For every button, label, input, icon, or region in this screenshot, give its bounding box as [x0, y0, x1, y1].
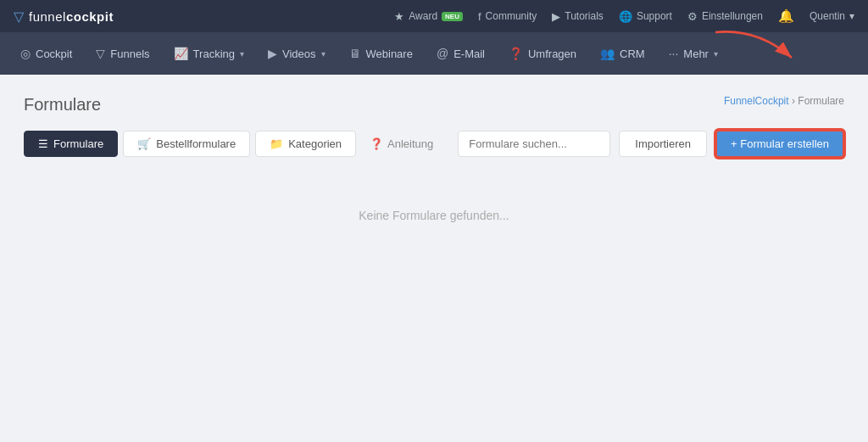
email-icon: @ [437, 47, 448, 60]
top-bar: ▽ funnelcockpit ★ Award NEU f Community … [0, 0, 868, 32]
search-input[interactable] [458, 131, 610, 157]
nav-item-tracking[interactable]: 📈 Tracking ▾ [164, 40, 254, 67]
import-button[interactable]: Importieren [619, 131, 707, 157]
main-content: Formulare FunnelCockpit › Formulare ☰ Fo… [0, 75, 868, 442]
community-nav-item[interactable]: f Community [478, 10, 537, 23]
user-name: Quentin [810, 10, 845, 22]
nav-item-webinare[interactable]: 🖥 Webinare [339, 40, 423, 67]
play-icon: ▶ [552, 10, 560, 23]
award-icon: ★ [394, 10, 404, 23]
nav-item-funnels[interactable]: ▽ Funnels [86, 40, 159, 67]
logo[interactable]: ▽ funnelcockpit [14, 8, 114, 25]
notifications-bell[interactable]: 🔔 [778, 8, 794, 24]
videos-dropdown-chevron: ▾ [321, 49, 326, 59]
globe-icon: 🌐 [619, 10, 632, 23]
user-menu[interactable]: Quentin ▾ [810, 10, 854, 22]
page-title: Formulare [24, 95, 101, 115]
funnels-icon: ▽ [96, 47, 105, 60]
webinare-icon: 🖥 [349, 47, 361, 60]
nav-item-cockpit[interactable]: ◎ Cockpit [10, 40, 82, 67]
breadcrumb-separator: › [792, 95, 795, 107]
top-navigation: ★ Award NEU f Community ▶ Tutorials 🌐 Su… [394, 8, 854, 24]
secondary-nav: ◎ Cockpit ▽ Funnels 📈 Tracking ▾ ▶ Video… [0, 32, 868, 75]
bestellformulare-tab-icon: 🛒 [137, 137, 151, 150]
breadcrumb-home-link[interactable]: FunnelCockpit [724, 95, 789, 107]
tracking-icon: 📈 [174, 47, 188, 60]
user-dropdown-icon: ▾ [849, 10, 854, 22]
support-nav-item[interactable]: 🌐 Support [619, 10, 672, 23]
tab-bestellformulare[interactable]: 🛒 Bestellformulare [123, 131, 250, 157]
nav-item-umfragen[interactable]: ❓ Umfragen [498, 40, 587, 67]
funnel-icon: ▽ [14, 8, 24, 25]
formulare-tab-icon: ☰ [38, 137, 48, 150]
kategorien-tab-icon: 📁 [270, 137, 283, 150]
create-form-button[interactable]: + Formular erstellen [715, 130, 844, 158]
crm-icon: 👥 [600, 47, 615, 60]
facebook-icon: f [478, 10, 481, 23]
tab-actions-row: ☰ Formulare 🛒 Bestellformulare 📁 Kategor… [24, 130, 844, 158]
tutorials-nav-item[interactable]: ▶ Tutorials [552, 10, 604, 23]
award-nav-item[interactable]: ★ Award NEU [394, 10, 463, 23]
einstellungen-nav-item[interactable]: ⚙ Einstellungen [687, 10, 763, 23]
breadcrumb: FunnelCockpit › Formulare [724, 95, 844, 107]
nav-item-email[interactable]: @ E-Mail [426, 40, 495, 67]
tab-formulare[interactable]: ☰ Formulare [24, 131, 118, 157]
nav-item-videos[interactable]: ▶ Videos ▾ [258, 40, 336, 67]
mehr-dropdown-chevron: ▾ [714, 49, 718, 59]
breadcrumb-area: Formulare FunnelCockpit › Formulare [24, 95, 844, 115]
tracking-dropdown-chevron: ▾ [240, 49, 244, 59]
umfragen-icon: ❓ [509, 47, 523, 60]
breadcrumb-current: Formulare [798, 95, 844, 107]
cockpit-icon: ◎ [20, 47, 31, 60]
nav-item-crm[interactable]: 👥 CRM [590, 40, 655, 67]
empty-state: Keine Formulare gefunden... [24, 209, 844, 222]
gear-icon: ⚙ [687, 10, 698, 23]
nav-item-mehr[interactable]: ··· Mehr ▾ [659, 40, 728, 67]
logo-text: funnelcockpit [29, 9, 114, 24]
anleitung-link[interactable]: ❓ Anleitung [361, 131, 442, 156]
mehr-icon: ··· [669, 47, 679, 60]
tab-kategorien[interactable]: 📁 Kategorien [255, 131, 356, 157]
videos-icon: ▶ [268, 47, 277, 60]
anleitung-icon: ❓ [370, 137, 383, 150]
